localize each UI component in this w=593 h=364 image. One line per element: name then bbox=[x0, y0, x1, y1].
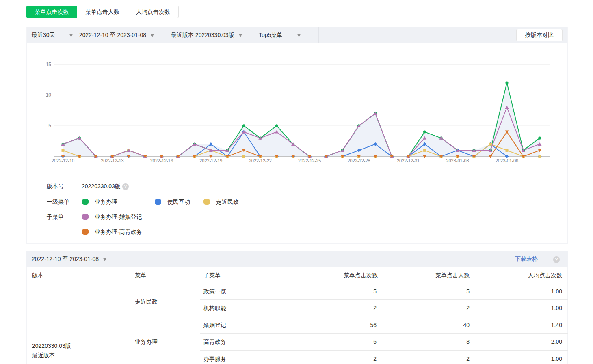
svg-text:2022-12-19: 2022-12-19 bbox=[199, 158, 222, 163]
svg-text:2022-12-13: 2022-12-13 bbox=[101, 158, 123, 163]
svg-text:10: 10 bbox=[46, 92, 52, 98]
svg-text:2022-12-31: 2022-12-31 bbox=[397, 158, 420, 163]
svg-text:2022-12-25: 2022-12-25 bbox=[298, 158, 321, 163]
svg-text:2022-12-16: 2022-12-16 bbox=[150, 158, 173, 163]
svg-text:2022-12-28: 2022-12-28 bbox=[347, 158, 370, 163]
svg-text:5: 5 bbox=[48, 123, 51, 129]
svg-text:2022-12-10: 2022-12-10 bbox=[52, 158, 74, 163]
svg-text:2022-12-22: 2022-12-22 bbox=[249, 158, 272, 163]
svg-text:15: 15 bbox=[46, 62, 52, 67]
svg-text:2023-01-06: 2023-01-06 bbox=[496, 158, 518, 163]
svg-text:2023-01-03: 2023-01-03 bbox=[446, 158, 469, 163]
